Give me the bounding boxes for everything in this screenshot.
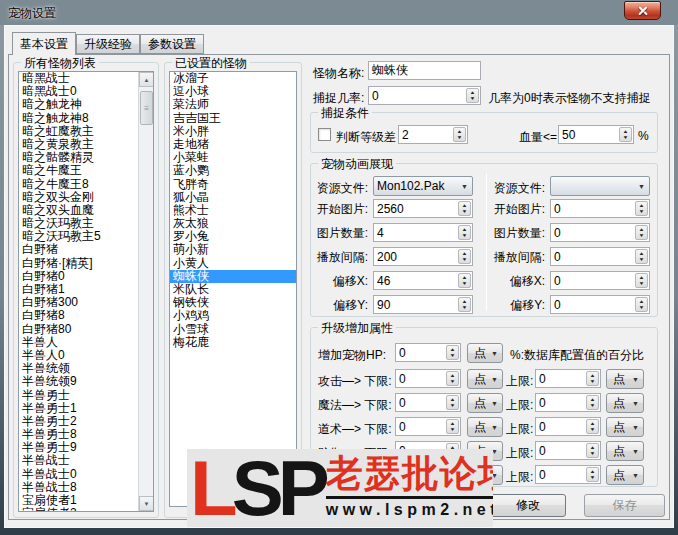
spinner-arrows-icon[interactable]: ▲▼: [458, 225, 471, 240]
upper-unit-dropdown[interactable]: 点 ▼: [606, 369, 644, 389]
lower-unit-dropdown[interactable]: 点 ▼: [467, 393, 503, 413]
list-item[interactable]: 半兽人: [19, 336, 153, 349]
list-item[interactable]: 半兽战士0: [19, 468, 153, 481]
spinner-arrows-icon[interactable]: ▲▼: [635, 273, 648, 288]
titlebar[interactable]: 宠物设置: [0, 0, 678, 25]
close-button[interactable]: [624, 1, 661, 20]
spinner-arrows-icon[interactable]: ▲▼: [586, 371, 599, 386]
spinner-arrows-icon[interactable]: ▲▼: [586, 395, 599, 410]
upper-bound-spinner[interactable]: 0 ▲▼: [535, 417, 601, 436]
list-item[interactable]: 暗之虹魔教主: [19, 125, 153, 138]
upper-unit-dropdown[interactable]: 点 ▼: [606, 465, 644, 485]
spinner-arrows-icon[interactable]: ▲▼: [586, 443, 599, 458]
upper-unit-dropdown[interactable]: 点 ▼: [606, 393, 644, 413]
spinner-arrows-icon[interactable]: ▲▼: [586, 419, 599, 434]
list-item[interactable]: 半兽战士: [19, 454, 153, 467]
resource-file-dropdown-right[interactable]: ▼: [550, 176, 650, 196]
all-monsters-listbox[interactable]: 暗黑战士暗黑战士0暗之触龙神暗之触龙神8暗之虹魔教主暗之黄泉教主暗之骷髅精灵暗之…: [18, 71, 154, 512]
spinner-arrows-icon[interactable]: ▲▼: [458, 201, 471, 216]
animation-field-spinner[interactable]: 0 ▲▼: [550, 199, 650, 218]
list-item[interactable]: 宝扇使者2: [19, 507, 153, 512]
spinner-arrows-icon[interactable]: ▲▼: [635, 225, 648, 240]
pet-hp-unit-dropdown[interactable]: 点 ▼: [467, 343, 503, 363]
level-diff-checkbox[interactable]: [318, 128, 331, 141]
list-item[interactable]: 吉吉国王: [170, 112, 296, 125]
upper-bound-label: 上限:: [506, 445, 533, 462]
upper-unit-dropdown[interactable]: 点 ▼: [606, 441, 644, 461]
lower-unit-dropdown[interactable]: 点 ▼: [467, 369, 503, 389]
all-monsters-scrollbar[interactable]: ▲ ≡ ▼: [138, 72, 153, 511]
list-item[interactable]: 蓝小鹦: [170, 164, 296, 177]
spinner-arrows-icon[interactable]: ▲▼: [453, 127, 466, 142]
animation-field-spinner[interactable]: 46 ▲▼: [373, 271, 473, 290]
hp-condition-spinner[interactable]: 50 ▲▼: [558, 125, 634, 144]
list-item[interactable]: 半兽统领9: [19, 375, 153, 388]
spinner-arrows-icon[interactable]: ▲▼: [619, 127, 632, 142]
scrollbar-thumb[interactable]: ≡: [140, 91, 153, 125]
lower-unit-dropdown[interactable]: 点 ▼: [467, 417, 503, 437]
list-item[interactable]: 白野猪·[精英]: [19, 257, 153, 270]
attr-row-label: 魔法—> 下限:: [318, 397, 392, 414]
spinner-arrows-icon[interactable]: ▲▼: [635, 297, 648, 312]
upper-bound-spinner[interactable]: 0 ▲▼: [535, 465, 601, 484]
spinner-arrows-icon[interactable]: ▲▼: [635, 201, 648, 216]
list-item[interactable]: 暗之双头金刚: [19, 191, 153, 204]
save-button[interactable]: 保存: [584, 494, 665, 517]
list-item[interactable]: 暗之牛魔王8: [19, 178, 153, 191]
list-item[interactable]: 小鸡鸡: [170, 309, 296, 322]
spinner-arrows-icon[interactable]: ▲▼: [466, 88, 479, 103]
resource-file-dropdown-left[interactable]: Mon102.Pak ▼: [373, 176, 473, 196]
configured-monsters-listbox[interactable]: 冰溜子逗小球菜法师吉吉国王米小胖走地猪小菜蛙蓝小鹦飞胖奇狐小晶熊术士灰太狼罗小兔…: [169, 71, 297, 507]
list-item[interactable]: 飞胖奇: [170, 178, 296, 191]
spinner-arrows-icon[interactable]: ▲▼: [446, 345, 459, 360]
animation-field-spinner[interactable]: 0 ▲▼: [550, 271, 650, 290]
list-item[interactable]: 暗之触龙神8: [19, 112, 153, 125]
modify-button[interactable]: 修改: [490, 494, 566, 517]
spinner-arrows-icon[interactable]: ▲▼: [458, 273, 471, 288]
list-item[interactable]: 暗之触龙神: [19, 98, 153, 111]
level-diff-spinner[interactable]: 2 ▲▼: [398, 125, 468, 144]
list-item[interactable]: 白野猪8: [19, 309, 153, 322]
tab-upgrade-exp[interactable]: 升级经验: [76, 34, 140, 54]
lower-bound-spinner[interactable]: 0 ▲▼: [395, 417, 461, 436]
list-item[interactable]: 狐小晶: [170, 191, 296, 204]
list-item[interactable]: 米小胖: [170, 125, 296, 138]
spinner-arrows-icon[interactable]: ▲▼: [446, 371, 459, 386]
catch-rate-spinner[interactable]: 0 ▲▼: [368, 86, 481, 105]
list-item[interactable]: 暗之牛魔王: [19, 164, 153, 177]
upper-bound-spinner[interactable]: 0 ▲▼: [535, 441, 601, 460]
spinner-arrows-icon[interactable]: ▲▼: [458, 297, 471, 312]
spinner-arrows-icon[interactable]: ▲▼: [446, 419, 459, 434]
tab-parameter-settings[interactable]: 参数设置: [140, 34, 204, 54]
lower-bound-spinner[interactable]: 0 ▲▼: [395, 393, 461, 412]
list-item[interactable]: 半兽勇士1: [19, 402, 153, 415]
upper-bound-spinner[interactable]: 0 ▲▼: [535, 393, 601, 412]
spinner-arrows-icon[interactable]: ▲▼: [635, 249, 648, 264]
monster-name-input[interactable]: 蜘蛛侠: [368, 61, 481, 80]
list-item[interactable]: 白野猪: [19, 243, 153, 256]
list-item[interactable]: 萌小新: [170, 243, 296, 256]
spinner-arrows-icon[interactable]: ▲▼: [446, 395, 459, 410]
list-item[interactable]: 白野猪80: [19, 323, 153, 336]
spinner-arrows-icon[interactable]: ▲▼: [586, 467, 599, 482]
animation-field-spinner[interactable]: 0 ▲▼: [550, 295, 650, 314]
animation-field-spinner[interactable]: 2560 ▲▼: [373, 199, 473, 218]
animation-field-spinner[interactable]: 0 ▲▼: [550, 223, 650, 242]
pet-hp-spinner[interactable]: 0 ▲▼: [395, 343, 461, 362]
list-item[interactable]: 梅花鹿: [170, 336, 296, 349]
animation-field-spinner[interactable]: 0 ▲▼: [550, 247, 650, 266]
scroll-down-button[interactable]: ▼: [139, 496, 154, 511]
scroll-up-button[interactable]: ▲: [139, 72, 154, 87]
upper-bound-spinner[interactable]: 0 ▲▼: [535, 369, 601, 388]
animation-field-spinner[interactable]: 4 ▲▼: [373, 223, 473, 242]
tab-basic-settings[interactable]: 基本设置: [12, 32, 76, 55]
animation-field-spinner[interactable]: 90 ▲▼: [373, 295, 473, 314]
list-item[interactable]: 半兽勇士: [19, 389, 153, 402]
list-item[interactable]: 菜法师: [170, 98, 296, 111]
animation-field-spinner[interactable]: 200 ▲▼: [373, 247, 473, 266]
upper-unit-dropdown[interactable]: 点 ▼: [606, 417, 644, 437]
list-item[interactable]: 小黄人: [170, 257, 296, 270]
lower-bound-spinner[interactable]: 0 ▲▼: [395, 369, 461, 388]
spinner-arrows-icon[interactable]: ▲▼: [458, 249, 471, 264]
list-item[interactable]: 小雪球: [170, 323, 296, 336]
